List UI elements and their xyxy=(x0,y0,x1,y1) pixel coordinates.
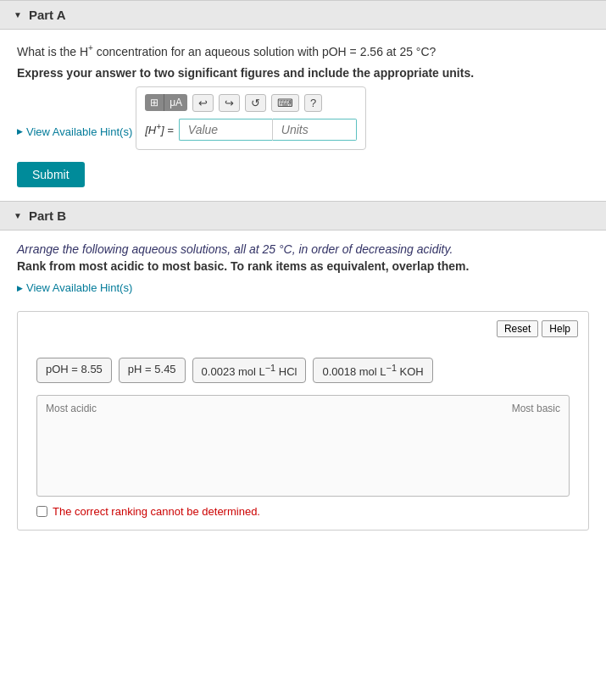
drag-item-ph545-text: pH = 5.45 xyxy=(128,363,176,375)
part-b-collapse-arrow[interactable]: ▼ xyxy=(14,211,22,220)
part-b-content: Arrange the following aqueous solutions,… xyxy=(0,231,606,545)
value-input[interactable] xyxy=(179,119,272,141)
toolbar-micro-btn[interactable]: μA xyxy=(164,94,187,111)
part-b-instruction1: Arrange the following aqueous solutions,… xyxy=(17,242,589,256)
toolbar-matrix-btn[interactable]: ⊞ xyxy=(145,94,164,111)
reset-button[interactable]: Reset xyxy=(497,320,538,337)
drop-zone[interactable]: Most acidic Most basic xyxy=(36,395,570,497)
toolbar-refresh-btn[interactable]: ↺ xyxy=(245,94,266,112)
draggable-items-area: pOH = 8.55 pH = 5.45 0.0023 mol L−1 HCl … xyxy=(28,349,578,395)
toolbar-undo-btn[interactable]: ↩ xyxy=(192,94,214,112)
submit-button[interactable]: Submit xyxy=(17,162,85,187)
part-a-collapse-arrow[interactable]: ▼ xyxy=(14,10,22,19)
units-input[interactable] xyxy=(272,119,357,141)
drag-item-poh855-text: pOH = 8.55 xyxy=(46,363,103,375)
math-input-box: ⊞ μA ↩ ↪ ↺ ⌨ ? [H+] = xyxy=(136,86,366,150)
drop-zone-labels: Most acidic Most basic xyxy=(46,403,560,414)
drag-item-koh-text: 0.0018 mol L−1 KOH xyxy=(322,365,423,378)
toolbar-help-btn[interactable]: ? xyxy=(304,94,322,112)
help-button[interactable]: Help xyxy=(542,320,578,337)
toolbar-redo-btn[interactable]: ↪ xyxy=(219,94,240,112)
drag-item-poh855[interactable]: pOH = 8.55 xyxy=(36,358,112,383)
drag-item-hcl[interactable]: 0.0023 mol L−1 HCl xyxy=(192,358,307,383)
ranking-toolbar: Reset Help xyxy=(28,320,578,337)
part-b-label: Part B xyxy=(29,208,66,223)
part-a-header: ▼ Part A xyxy=(0,0,606,30)
drop-zone-left-label: Most acidic xyxy=(46,403,97,414)
part-a-question: What is the H+ concentration for an aque… xyxy=(17,42,589,61)
part-a-hint-link[interactable]: View Available Hint(s) xyxy=(17,125,132,138)
toolbar-keyboard-btn[interactable]: ⌨ xyxy=(271,94,299,112)
math-toolbar: ⊞ μA ↩ ↪ ↺ ⌨ ? xyxy=(145,94,357,112)
part-b-header: ▼ Part B xyxy=(0,201,606,231)
math-input-row: [H+] = xyxy=(145,119,357,141)
part-a-instruction: Express your answer to two significant f… xyxy=(17,66,589,80)
no-ranking-checkbox[interactable] xyxy=(36,506,47,517)
drag-item-hcl-text: 0.0023 mol L−1 HCl xyxy=(202,365,297,378)
part-a-label: Part A xyxy=(29,8,66,22)
question-text-prefix: What is the H+ concentration for an aque… xyxy=(17,45,436,58)
drop-zone-right-label: Most basic xyxy=(512,403,560,414)
no-ranking-label[interactable]: The correct ranking cannot be determined… xyxy=(53,505,260,518)
ranking-container: Reset Help pOH = 8.55 pH = 5.45 0.0023 m… xyxy=(17,311,589,531)
part-a-content: What is the H+ concentration for an aque… xyxy=(0,30,606,201)
part-b-hint-link[interactable]: View Available Hint(s) xyxy=(17,281,132,294)
partb-instruction1-text: Arrange the following aqueous solutions,… xyxy=(17,242,453,256)
drag-item-koh[interactable]: 0.0018 mol L−1 KOH xyxy=(313,358,432,383)
math-h-label: [H+] = xyxy=(145,122,174,136)
checkbox-row: The correct ranking cannot be determined… xyxy=(28,505,578,518)
toolbar-format-group[interactable]: ⊞ μA xyxy=(145,94,187,111)
part-b-instruction2: Rank from most acidic to most basic. To … xyxy=(17,259,589,273)
drag-item-ph545[interactable]: pH = 5.45 xyxy=(119,358,186,383)
